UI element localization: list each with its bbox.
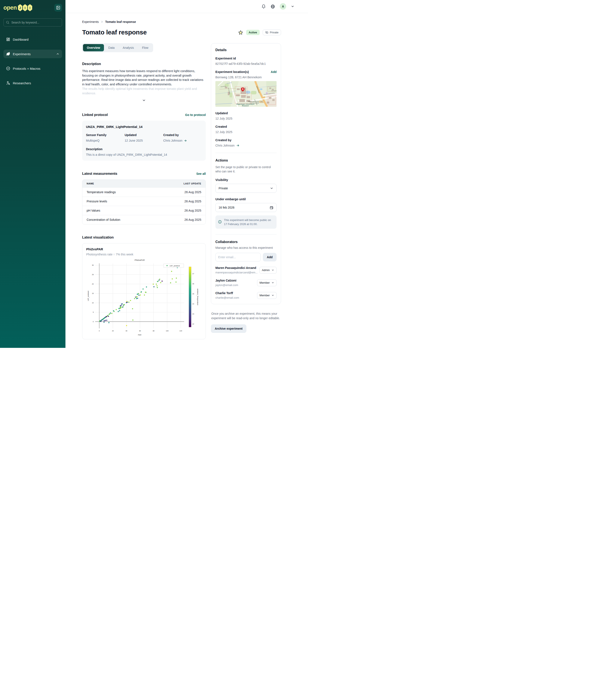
- protocol-created-by-label: Created by: [163, 133, 202, 137]
- see-all-link[interactable]: See all: [197, 172, 206, 176]
- tab-flow[interactable]: Flow: [138, 44, 152, 51]
- eye-off-icon: [265, 31, 268, 34]
- add-location-link[interactable]: Add: [271, 70, 277, 74]
- protocol-card: UNZA_PIRK_DIRK_LightPotential_14 Sensor …: [82, 121, 206, 161]
- embargo-label: Under embargo until: [216, 198, 277, 201]
- sidebar-item-protocols[interactable]: Protocols + Macros: [3, 64, 62, 73]
- account-chevron-down-icon[interactable]: [291, 5, 294, 8]
- svg-text:0: 0: [93, 321, 94, 323]
- svg-text:LEF_ambient: LEF_ambient: [170, 265, 180, 267]
- visualization-section: Latest visualization Phi2vsPAR Photosynt…: [82, 236, 206, 339]
- search-input[interactable]: [3, 18, 62, 26]
- notifications-bell-icon[interactable]: [261, 4, 266, 9]
- description-heading: Description: [82, 62, 206, 66]
- collaborator-email: jaylon@email.com: [216, 284, 238, 287]
- measurement-name: Temperature readings: [87, 190, 175, 194]
- logo-hex-j: J: [18, 4, 22, 11]
- svg-text:27: 27: [192, 273, 194, 275]
- expand-description-button[interactable]: [142, 98, 146, 102]
- actions-heading: Actions: [216, 159, 277, 162]
- collaborator-name: Jaylon Calzoni: [216, 279, 238, 282]
- collaborator-name: Maren Passaquindici Arcand: [216, 266, 258, 270]
- visualization-card-title: Phi2vsPAR: [86, 247, 202, 251]
- svg-text:LEF_ambient: LEF_ambient: [87, 291, 89, 301]
- embargo-date-input[interactable]: 16 feb 2026: [216, 203, 277, 212]
- table-row[interactable]: Temperature readings 26 Aug 2025: [82, 187, 206, 197]
- collaborator-role-select[interactable]: Member: [257, 292, 277, 299]
- favorite-star-icon[interactable]: [238, 30, 243, 35]
- collaborator-row: Maren Passaquindici Arcand marenpassaqui…: [216, 266, 277, 274]
- tab-data[interactable]: Data: [105, 44, 118, 51]
- sidebar-collapse-button[interactable]: [54, 4, 62, 12]
- sidebar: open J I I: [0, 0, 66, 348]
- svg-text:25: 25: [192, 293, 194, 295]
- language-globe-icon[interactable]: [270, 4, 275, 9]
- collaborator-role-select[interactable]: Member: [257, 279, 277, 286]
- protocol-created-by-value[interactable]: Chris Johnson: [163, 139, 183, 142]
- chevron-down-icon: [270, 186, 273, 190]
- sidebar-item-researchers[interactable]: Researchers: [3, 79, 62, 87]
- dashboard-grid-icon: [6, 37, 10, 41]
- column-header-last-update: LAST UPDATE: [175, 182, 201, 185]
- visibility-badge[interactable]: Private: [263, 30, 281, 35]
- embargo-info-text: This experiment will become public on 17…: [224, 218, 274, 226]
- svg-text:Phi2vsPAR: Phi2vsPAR: [134, 259, 145, 261]
- location-map[interactable]: Plassteeg Plassteeg Bornsesteeg Mansholt…: [216, 81, 277, 107]
- svg-text:PAR: PAR: [138, 334, 142, 336]
- chevron-down-icon: [272, 294, 274, 297]
- details-card: Details Experiment id 827027f7-ad79-43f3…: [211, 43, 281, 304]
- chevron-right-icon: [100, 20, 104, 23]
- measurement-name: Pressure levels: [87, 200, 175, 203]
- sensor-family-label: Sensor Family: [86, 133, 125, 137]
- search-icon: [6, 20, 10, 24]
- collaborator-name: Charlie Torff: [216, 291, 239, 295]
- breadcrumb-experiments-link[interactable]: Experiments: [82, 20, 99, 23]
- tab-overview[interactable]: Overview: [83, 44, 104, 51]
- collaborator-email-input[interactable]: [216, 253, 261, 261]
- collaborator-role-value: Member: [259, 294, 270, 297]
- created-by-label: Created by: [216, 139, 277, 142]
- linked-protocol-section: Linked protocol Go to protocol UNZA_PIRK…: [82, 113, 206, 161]
- collaborators-subheading: Manage who has access to this experiment: [216, 246, 277, 250]
- visibility-label: Visibility: [216, 178, 277, 182]
- svg-text:25: 25: [92, 274, 94, 276]
- collaborator-role-select[interactable]: Admin: [259, 267, 277, 274]
- phi2vspar-scatter-chart: Phi2vsPAR020406080100120051015202530PARL…: [86, 258, 202, 337]
- location-value: Bornweg 12B, 6721 AH Bennekom: [216, 75, 277, 79]
- table-header-row: NAME LAST UPDATE: [82, 180, 206, 187]
- divider: [216, 234, 277, 235]
- archive-experiment-button[interactable]: Archive experiment: [211, 324, 246, 333]
- svg-text:40: 40: [126, 330, 127, 332]
- visibility-select-value: Private: [219, 186, 228, 190]
- sidebar-item-experiments[interactable]: Experiments: [3, 50, 62, 58]
- description-truncated-line: The results help identify optimal light …: [82, 87, 206, 95]
- measurement-name: Concentration of Solution: [87, 218, 175, 221]
- openjii-logo: open J I I: [3, 4, 32, 11]
- add-collaborator-button[interactable]: Add: [263, 253, 277, 261]
- protocol-description-label: Description: [86, 147, 202, 151]
- sidebar-item-label: Researchers: [13, 81, 31, 85]
- svg-text:10: 10: [92, 302, 94, 304]
- title-actions: Active Private: [238, 30, 281, 35]
- svg-text:22: 22: [192, 323, 194, 325]
- map-route-badge: N781: [259, 101, 264, 103]
- sidebar-nav: Dashboard Experiments Protocols + Macros: [3, 35, 62, 87]
- svg-text:120: 120: [180, 330, 182, 332]
- measurement-date: 26 Aug 2025: [175, 200, 201, 203]
- column-header-name: NAME: [87, 182, 175, 185]
- table-row[interactable]: pH Values 26 Aug 2025: [82, 206, 206, 215]
- measurement-name: pH Values: [87, 209, 175, 212]
- svg-text:60: 60: [139, 330, 141, 332]
- table-row[interactable]: Concentration of Solution 26 Aug 2025: [82, 215, 206, 224]
- description-section: Description This experiment measures how…: [82, 62, 206, 102]
- tab-analysis[interactable]: Analysis: [119, 44, 138, 51]
- sidebar-item-dashboard[interactable]: Dashboard: [3, 35, 62, 44]
- measurement-date: 26 Aug 2025: [175, 190, 201, 194]
- go-to-protocol-link[interactable]: Go to protocol: [185, 113, 206, 116]
- table-row[interactable]: Pressure levels 26 Aug 2025: [82, 197, 206, 206]
- svg-text:0: 0: [99, 330, 100, 332]
- visibility-select[interactable]: Private: [216, 184, 277, 193]
- user-avatar[interactable]: A: [280, 3, 286, 10]
- svg-text:23: 23: [192, 313, 194, 315]
- created-by-value[interactable]: Chris Johnson: [216, 144, 235, 147]
